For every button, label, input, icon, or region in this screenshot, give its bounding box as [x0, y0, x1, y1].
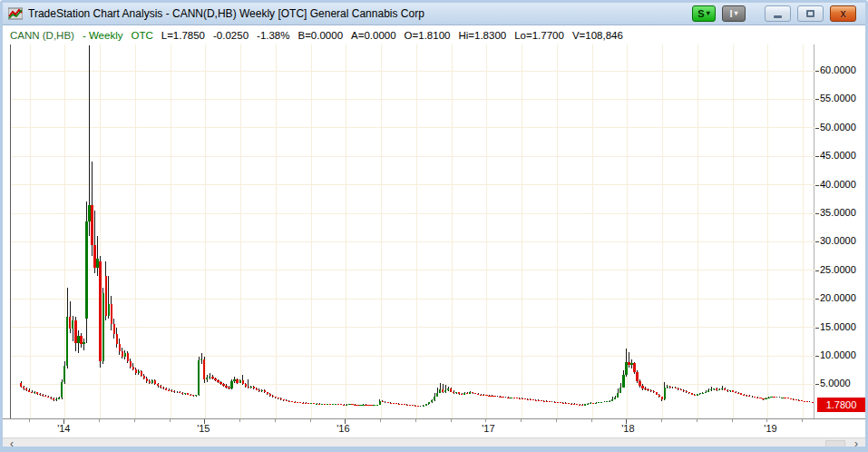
candle-body-down — [91, 205, 93, 245]
candle-body-down — [680, 389, 682, 390]
candle-body-down — [365, 405, 366, 406]
candle-body-down — [412, 405, 414, 406]
scroll-left-arrow-icon[interactable]: ‹ — [5, 439, 19, 449]
candle-body-down — [756, 398, 758, 398]
candle-body-up — [455, 392, 457, 393]
candle-body-down — [746, 395, 747, 396]
candle-body-up — [198, 360, 200, 395]
quote-field: B=0.0000 — [297, 30, 343, 41]
candle-body-up — [598, 402, 600, 403]
candle-body-up — [705, 392, 707, 393]
candle-body-up — [34, 392, 35, 393]
candle-body-up — [447, 388, 449, 389]
candle-body-down — [491, 396, 493, 397]
candle-body-up — [770, 397, 772, 398]
candle-body-down — [222, 384, 224, 386]
candle-body-down — [146, 378, 148, 381]
candle-body-down — [302, 403, 304, 404]
candle-body-down — [385, 402, 386, 403]
price-axis-tick — [815, 128, 819, 129]
candle-body-down — [192, 395, 194, 396]
candle-body-down — [313, 403, 315, 404]
candle-body-down — [549, 401, 551, 402]
candle-body-down — [735, 392, 736, 393]
candle-body-up — [775, 398, 777, 398]
close-button[interactable]: x — [830, 5, 856, 22]
candle-body-down — [157, 384, 159, 387]
candle-body-down — [565, 403, 567, 404]
candle-body-down — [453, 392, 454, 394]
price-axis[interactable]: 60.000055.000050.000045.000040.000035.00… — [815, 44, 868, 418]
time-axis-year-label: '18 — [621, 423, 634, 434]
title-bar[interactable]: TradeStation Chart Analysis - CANN(D,HB)… — [3, 3, 865, 25]
candle-body-down — [127, 353, 129, 360]
candle-body-up — [359, 405, 361, 406]
candle-body-down — [256, 388, 258, 390]
candle-body-down — [748, 396, 750, 397]
restore-button[interactable] — [797, 5, 824, 22]
interval-label: - Weekly — [83, 30, 123, 41]
candle-body-down — [393, 403, 395, 404]
candle-body-up — [85, 221, 87, 319]
candle-body-up — [439, 389, 441, 393]
candle-body-up — [72, 320, 73, 329]
candle-body-up — [200, 359, 202, 360]
candle-body-up — [609, 401, 610, 402]
candlestick-chart[interactable] — [10, 44, 814, 418]
candle-body-up — [83, 342, 84, 345]
candle-body-down — [644, 388, 646, 389]
candle-body-up — [590, 403, 591, 404]
candle-body-down — [272, 396, 274, 397]
candle-body-down — [80, 336, 82, 344]
quote-field: A=0.0000 — [351, 30, 396, 41]
candle-body-down — [69, 317, 71, 329]
candle-body-up — [310, 403, 312, 404]
candle-body-up — [77, 336, 79, 343]
candle-body-up — [434, 397, 435, 400]
minimize-button[interactable] — [765, 5, 791, 22]
candle-body-up — [63, 366, 65, 382]
candle-body-up — [721, 388, 723, 389]
candle-body-up — [664, 388, 666, 400]
candle-body-down — [258, 390, 260, 391]
candle-body-up — [444, 390, 446, 393]
candle-body-down — [541, 400, 542, 401]
price-axis-tick — [815, 270, 819, 271]
candle-body-up — [55, 399, 57, 400]
chevron-down-icon: ▾ — [735, 10, 738, 17]
time-axis-tick — [697, 419, 697, 422]
candle-body-up — [617, 393, 619, 398]
candle-body-down — [404, 404, 405, 405]
time-axis-tick — [732, 419, 733, 422]
candle-body-down — [324, 404, 326, 405]
time-axis[interactable]: '14'15'16'17'18'19 — [3, 418, 865, 437]
scrollbar-thumb[interactable] — [825, 440, 845, 448]
candle-body-down — [253, 387, 255, 388]
candle-body-down — [557, 402, 559, 403]
candle-body-up — [373, 405, 375, 406]
candle-body-down — [458, 392, 460, 394]
candle-body-up — [138, 371, 140, 374]
price-axis-tick — [815, 71, 819, 72]
candle-body-down — [179, 392, 180, 393]
candle-body-up — [209, 377, 210, 378]
candle-body-down — [420, 407, 422, 408]
candle-body-down — [784, 398, 785, 398]
candle-body-down — [751, 397, 753, 398]
candle-body-down — [305, 403, 307, 404]
candle-body-down — [367, 405, 369, 406]
horizontal-scrollbar[interactable]: ‹ › — [3, 437, 865, 449]
candle-body-down — [592, 403, 594, 404]
candle-body-down — [329, 404, 331, 405]
candle-body-down — [297, 402, 298, 403]
candle-body-down — [354, 405, 356, 406]
candle-body-down — [39, 394, 41, 395]
candle-body-up — [630, 363, 632, 365]
candle-body-down — [44, 396, 46, 397]
candle-body-down — [787, 398, 789, 398]
candle-body-down — [149, 381, 151, 383]
strategy-status-button[interactable]: S ▾ — [692, 5, 716, 22]
indicator-status-button[interactable]: I ▾ — [722, 5, 746, 22]
candle-body-up — [765, 398, 766, 399]
scroll-right-arrow-icon[interactable]: › — [849, 439, 863, 449]
